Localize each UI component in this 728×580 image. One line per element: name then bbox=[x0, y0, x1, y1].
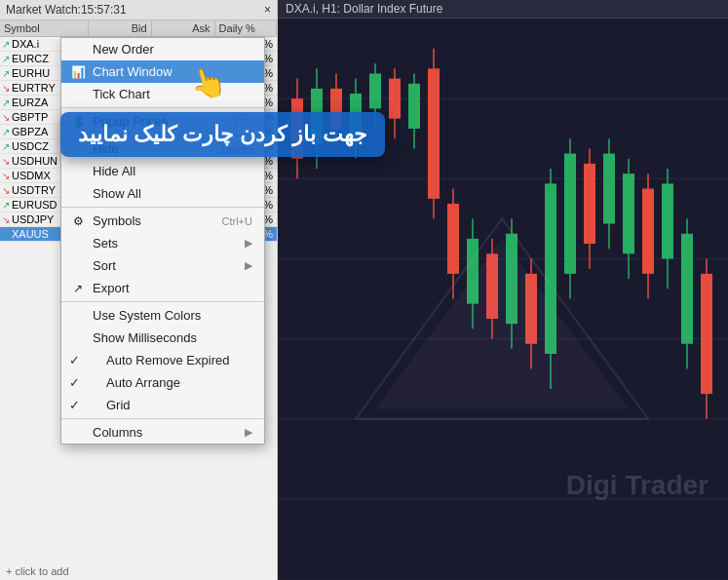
chart-title: DXA.i, H1: Dollar Index Future bbox=[278, 0, 728, 19]
context-menu: New Order📊Chart WindowTick Chart💲Popup P… bbox=[60, 37, 265, 445]
menu-item-columns[interactable]: Columns▶ bbox=[61, 421, 264, 444]
direction-icon: ↗ bbox=[2, 54, 10, 64]
menu-item-sort[interactable]: Sort▶ bbox=[61, 254, 264, 277]
svg-rect-48 bbox=[681, 234, 693, 344]
direction-icon: ↗ bbox=[2, 127, 10, 137]
svg-rect-22 bbox=[428, 68, 440, 198]
direction-icon: ↘ bbox=[2, 185, 10, 196]
menu-item-show-milliseconds[interactable]: Show Milliseconds bbox=[61, 327, 264, 349]
menu-label: Auto Remove Expired bbox=[106, 353, 252, 367]
menu-item-grid[interactable]: Grid bbox=[61, 394, 264, 416]
menu-label: Use System Colors bbox=[93, 308, 252, 323]
menu-separator bbox=[61, 107, 264, 108]
symbol-name: XAUUS bbox=[12, 228, 49, 240]
menu-item-hide-all[interactable]: Hide All bbox=[61, 160, 264, 182]
symbol-name: EURTRY bbox=[12, 82, 56, 94]
svg-rect-38 bbox=[584, 164, 595, 244]
direction-icon: ↗ bbox=[2, 141, 10, 152]
symbol-name: USDMX bbox=[12, 170, 51, 181]
menu-item-use-system-colors[interactable]: Use System Colors bbox=[61, 304, 264, 327]
market-watch-title: Market Watch: bbox=[6, 3, 81, 17]
direction-icon: ↘ bbox=[2, 83, 10, 94]
menu-label: Sort bbox=[93, 258, 239, 273]
chart-canvas: Digi Trader bbox=[278, 19, 728, 579]
column-bid: Bid bbox=[89, 20, 152, 36]
chart-area: DXA.i, H1: Dollar Index Future bbox=[278, 0, 728, 580]
direction-icon: ↘ bbox=[2, 156, 10, 167]
svg-rect-42 bbox=[623, 174, 634, 253]
svg-rect-46 bbox=[662, 183, 673, 258]
menu-icon: ⚙ bbox=[69, 214, 87, 228]
menu-item-auto-arrange[interactable]: Auto Arrange bbox=[61, 371, 264, 394]
menu-label: Export bbox=[93, 281, 252, 295]
menu-item-sets[interactable]: Sets▶ bbox=[61, 232, 264, 254]
promo-banner: جهت باز کردن چارت کلیک نمایید bbox=[60, 112, 385, 157]
svg-rect-24 bbox=[447, 204, 459, 274]
submenu-arrow-icon: ▶ bbox=[245, 259, 252, 272]
direction-icon: ↘ bbox=[2, 214, 10, 225]
menu-separator bbox=[61, 207, 264, 208]
market-watch-titlebar: Market Watch: 15:57:31 × bbox=[0, 0, 277, 20]
menu-icon: 📊 bbox=[69, 65, 87, 79]
menu-label: Auto Arrange bbox=[106, 375, 252, 390]
menu-separator bbox=[61, 301, 264, 302]
menu-item-tick-chart[interactable]: Tick Chart bbox=[61, 83, 264, 105]
column-symbol: Symbol bbox=[0, 20, 89, 36]
symbol-name: EURCZ bbox=[12, 53, 49, 64]
menu-separator bbox=[61, 418, 264, 419]
direction-icon: ↗ bbox=[2, 39, 10, 50]
svg-rect-36 bbox=[564, 154, 576, 274]
symbol-name: DXA.i bbox=[12, 38, 39, 50]
candlestick-chart bbox=[278, 19, 728, 579]
add-symbol-row[interactable]: + click to add bbox=[0, 562, 277, 580]
menu-icon: ↗ bbox=[69, 282, 87, 295]
symbol-name: USDHUN bbox=[12, 155, 57, 167]
submenu-arrow-icon: ▶ bbox=[245, 426, 252, 439]
symbol-name: USDJPY bbox=[12, 213, 54, 225]
market-watch-time: 15:57:31 bbox=[81, 3, 127, 17]
column-daily: Daily % bbox=[215, 20, 277, 36]
menu-label: Show All bbox=[93, 186, 252, 201]
symbol-name: EURHU bbox=[12, 67, 50, 79]
symbol-name: GBPTP bbox=[12, 111, 48, 123]
menu-item-export[interactable]: ↗Export bbox=[61, 277, 264, 299]
svg-rect-18 bbox=[389, 79, 401, 119]
menu-label: Chart Window bbox=[93, 64, 252, 79]
direction-icon: ↘ bbox=[2, 171, 10, 181]
menu-item-symbols[interactable]: ⚙SymbolsCtrl+U bbox=[61, 210, 264, 232]
menu-item-show-all[interactable]: Show All bbox=[61, 182, 264, 205]
menu-label: Hide All bbox=[93, 164, 252, 178]
svg-rect-20 bbox=[408, 84, 420, 129]
direction-icon: ↗ bbox=[2, 97, 10, 108]
menu-label: Sets bbox=[93, 236, 239, 251]
menu-label: Show Milliseconds bbox=[93, 330, 252, 345]
submenu-arrow-icon: ▶ bbox=[245, 237, 252, 250]
direction-icon: ↗ bbox=[2, 229, 10, 240]
close-btn[interactable]: × bbox=[264, 3, 271, 17]
menu-label: Columns bbox=[93, 425, 239, 440]
svg-rect-16 bbox=[369, 73, 381, 108]
direction-icon: ↗ bbox=[2, 68, 10, 79]
symbol-name: EURZA bbox=[12, 97, 48, 108]
market-watch-header: Symbol Bid Ask Daily % bbox=[0, 20, 277, 37]
menu-shortcut: Ctrl+U bbox=[222, 215, 252, 227]
menu-label: Tick Chart bbox=[93, 87, 252, 101]
menu-label: Grid bbox=[106, 398, 252, 412]
direction-icon: ↗ bbox=[2, 200, 10, 211]
menu-label: New Order bbox=[93, 42, 252, 57]
menu-item-new-order[interactable]: New Order bbox=[61, 38, 264, 60]
menu-item-auto-remove[interactable]: Auto Remove Expired bbox=[61, 349, 264, 371]
svg-rect-44 bbox=[642, 189, 654, 274]
column-ask: Ask bbox=[152, 20, 215, 36]
menu-item-chart-window[interactable]: 📊Chart Window bbox=[61, 60, 264, 83]
menu-label: Symbols bbox=[93, 213, 216, 228]
symbol-name: GBPZA bbox=[12, 126, 48, 137]
direction-icon: ↘ bbox=[2, 112, 10, 123]
svg-rect-50 bbox=[701, 274, 712, 394]
symbol-name: EURUSD bbox=[12, 199, 57, 211]
symbol-name: USDTRY bbox=[12, 184, 56, 196]
svg-rect-40 bbox=[603, 154, 615, 224]
symbol-name: USDCZ bbox=[12, 140, 49, 152]
